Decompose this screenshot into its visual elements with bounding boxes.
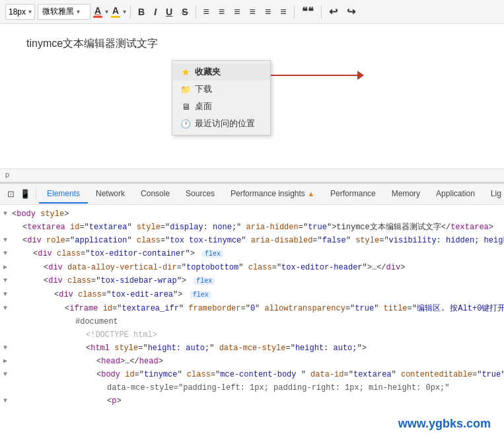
undo-button[interactable]: ↩: [326, 4, 341, 19]
code-line-editor-container: ▼ <div class="tox-editor-container"> fle…: [0, 247, 504, 261]
separator-4: [321, 5, 322, 18]
code-line-textarea: <textarea id="textarea" style="display: …: [0, 221, 504, 234]
editor-statusbar: p: [0, 169, 504, 182]
blockquote-button[interactable]: ❝❝: [299, 4, 317, 19]
tab-elements[interactable]: Elements: [39, 185, 88, 204]
code-line-html: ▼ <html style="height: auto;" data-mce-s…: [0, 342, 504, 355]
separator-2: [196, 5, 196, 18]
align-center-button[interactable]: ≡: [215, 5, 228, 19]
context-menu-title: 收藏夹: [195, 66, 221, 78]
context-menu-desktop[interactable]: 🖥 桌面: [172, 98, 270, 115]
align-right-button[interactable]: ≡: [231, 5, 243, 19]
italic-button[interactable]: I: [151, 5, 160, 18]
devtools-tabbar: ⊡ 📱 Elements Network Console Sources Per…: [0, 184, 504, 205]
devtools-panel: ⊡ 📱 Elements Network Console Sources Per…: [0, 182, 504, 410]
devtools-icons: ⊡ 📱: [3, 189, 36, 200]
bold-button[interactable]: B: [135, 5, 148, 18]
code-line-body-inner: ▼ <body id="tinymce" class="mce-content-…: [0, 368, 504, 381]
separator-1: [130, 5, 131, 18]
arrow-line: [261, 75, 360, 76]
tab-memory[interactable]: Memory: [384, 185, 428, 204]
devtools-cursor-icon[interactable]: ⊡: [5, 189, 16, 200]
editor-area[interactable]: ★ 收藏夹 📁 下载 🖥 桌面 🕐 最近访问的位置 tinymce文本编辑器测试…: [0, 24, 504, 169]
highlight-bar: [111, 16, 120, 18]
code-line-div-app: ▼ <div role="application" class="tox tox…: [0, 234, 504, 247]
highlight-char: A: [112, 5, 119, 16]
strikethrough-button[interactable]: S: [178, 5, 191, 18]
tab-sources[interactable]: Sources: [178, 185, 223, 204]
downloads-label: 下载: [195, 83, 212, 95]
font-color-chevron[interactable]: ▾: [105, 8, 108, 15]
context-menu-recent[interactable]: 🕐 最近访问的位置: [172, 115, 270, 132]
redo-button[interactable]: ↪: [343, 4, 359, 19]
align-left-button[interactable]: ≡: [200, 5, 213, 19]
desktop-label: 桌面: [195, 100, 212, 112]
tab-console[interactable]: Console: [133, 185, 178, 204]
code-line-body: ▼ <body style>: [0, 207, 504, 221]
desktop-icon: 🖥: [180, 101, 191, 112]
underline-button[interactable]: U: [162, 5, 176, 18]
highlight-button[interactable]: A: [111, 5, 120, 18]
tab-lig[interactable]: Lig: [483, 185, 504, 204]
tab-network[interactable]: Network: [88, 185, 133, 204]
code-line-body-style: data-mce-style="padding-left: 1px; paddi…: [0, 381, 504, 394]
code-line-doctype: <!DOCTYPE html>: [0, 328, 504, 342]
code-line-p: ▼ <p>: [0, 394, 504, 408]
align-justify-button[interactable]: ≡: [246, 5, 259, 19]
code-panel[interactable]: ▼ <body style> <textarea id="textarea" s…: [0, 205, 504, 410]
code-line-text: "tinymce文本编辑器测试文字": [0, 408, 504, 410]
font-color-button[interactable]: A: [93, 5, 102, 18]
context-menu-downloads[interactable]: 📁 下载: [172, 81, 270, 98]
downloads-icon: 📁: [180, 84, 191, 94]
font-color-char: A: [94, 5, 101, 16]
context-menu: ★ 收藏夹 📁 下载 🖥 桌面 🕐 最近访问的位置: [172, 60, 271, 135]
font-name-selector[interactable]: 微软雅黑 ▾: [38, 4, 90, 20]
status-tag: p: [5, 170, 9, 178]
outdent-button[interactable]: ≡: [262, 5, 274, 19]
highlight-chevron[interactable]: ▾: [123, 8, 126, 15]
arrow-head: [357, 71, 364, 80]
code-line-document: #document: [0, 315, 504, 328]
code-line-iframe: ▼ <iframe id="textarea_ifr" frameborder=…: [0, 302, 504, 315]
indent-button[interactable]: ≡: [277, 5, 289, 19]
code-line-sidebar-wrap: ▼ <div class="tox-sidebar-wrap"> flex: [0, 274, 504, 288]
tab-application[interactable]: Application: [428, 185, 483, 204]
font-size-selector[interactable]: 18px ▾: [5, 4, 35, 20]
code-line-editor-header: ▶ <div data-alloy-vertical-dir="toptobot…: [0, 261, 504, 274]
font-name-chevron: ▾: [77, 8, 80, 15]
context-menu-favorites: ★ 收藏夹: [172, 63, 270, 81]
code-line-head: ▶ <head>…</head>: [0, 355, 504, 368]
font-color-bar: [93, 16, 102, 18]
font-size-value: 18px: [9, 7, 26, 17]
separator-3: [294, 5, 295, 18]
font-size-chevron: ▾: [28, 8, 32, 15]
tab-performance[interactable]: Performance: [322, 185, 384, 204]
font-name-value: 微软雅黑: [42, 6, 74, 17]
code-line-edit-area: ▼ <div class="tox-edit-area"> flex: [0, 288, 504, 302]
recent-label: 最近访问的位置: [195, 118, 255, 130]
devtools-device-icon[interactable]: 📱: [20, 189, 30, 200]
tab-performance-insights[interactable]: Performance insights ▲: [223, 185, 322, 204]
recent-icon: 🕐: [180, 118, 191, 129]
editor-content[interactable]: tinymce文本编辑器测试文字: [26, 37, 478, 51]
editor-toolbar: 18px ▾ 微软雅黑 ▾ A ▾ A ▾ B I U S ≡ ≡ ≡ ≡ ≡ …: [0, 0, 504, 24]
favorites-icon: ★: [180, 67, 191, 77]
